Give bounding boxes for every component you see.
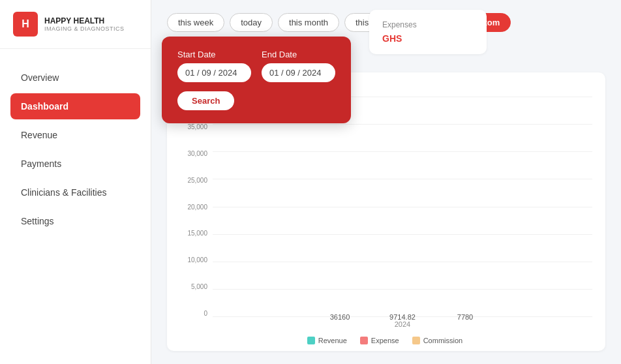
y-label-15k: 15,000 — [177, 230, 207, 237]
filter-tab-this-month[interactable]: this month — [278, 13, 339, 32]
cards-row: Expenses GHS — [369, 10, 605, 54]
legend-revenue-dot — [307, 337, 315, 344]
logo-area: H happy health IMAGING & DIAGNOSTICS — [0, 0, 151, 49]
end-date-label: End Date — [262, 50, 335, 59]
expenses-label: Expenses — [382, 20, 474, 29]
y-label-25k: 25,000 — [177, 177, 207, 184]
legend-expense-dot — [360, 337, 368, 344]
end-date-field: End Date — [262, 50, 335, 82]
end-date-input[interactable] — [262, 63, 335, 82]
expenses-value: GHS — [382, 33, 474, 44]
sidebar-item-payments[interactable]: Payments — [10, 151, 140, 177]
date-picker-popup: Start Date End Date Search — [162, 37, 351, 123]
legend-commission: Commission — [412, 337, 463, 344]
sidebar-item-overview[interactable]: Overview — [10, 65, 140, 91]
y-axis: 0 5,000 10,000 15,000 20,000 25,000 30,0… — [177, 97, 207, 317]
x-labels: 2024 — [213, 317, 592, 331]
bars-area: 36160 9714.82 7780 — [213, 97, 592, 317]
start-date-label: Start Date — [177, 50, 251, 59]
legend-expense-label: Expense — [371, 337, 399, 344]
y-label-20k: 20,000 — [177, 204, 207, 211]
sidebar-item-clinicians[interactable]: Clinicians & Facilities — [10, 179, 140, 205]
x-label-2024: 2024 — [395, 320, 410, 328]
legend-revenue-label: Revenue — [318, 337, 347, 344]
logo-sub: IMAGING & DIAGNOSTICS — [44, 25, 125, 32]
nav-menu: Overview Dashboard Revenue Payments Clin… — [0, 49, 151, 250]
legend-revenue: Revenue — [307, 337, 347, 344]
y-label-10k: 10,000 — [177, 257, 207, 264]
search-button[interactable]: Search — [177, 91, 234, 110]
chart-legend: Revenue Expense Commission — [177, 337, 592, 344]
start-date-input[interactable] — [177, 63, 251, 82]
legend-commission-label: Commission — [423, 337, 463, 344]
sidebar-item-revenue[interactable]: Revenue — [10, 122, 140, 148]
filter-tab-today[interactable]: today — [230, 13, 273, 32]
y-label-0: 0 — [177, 311, 207, 317]
chart-wrapper: 0 5,000 10,000 15,000 20,000 25,000 30,0… — [177, 97, 592, 331]
filter-tab-this-week[interactable]: this week — [167, 13, 224, 32]
date-picker-row: Start Date End Date — [177, 50, 335, 82]
sidebar-item-settings[interactable]: Settings — [10, 208, 140, 234]
logo-icon: H — [13, 12, 38, 37]
legend-expense: Expense — [360, 337, 399, 344]
y-label-5k: 5,000 — [177, 284, 207, 290]
sidebar-item-dashboard[interactable]: Dashboard — [10, 93, 140, 119]
main-content: this week today this month this year all… — [151, 0, 621, 364]
expenses-card: Expenses GHS — [369, 10, 487, 54]
logo-text: happy health IMAGING & DIAGNOSTICS — [44, 16, 125, 32]
legend-commission-dot — [412, 337, 420, 344]
start-date-field: Start Date — [177, 50, 251, 82]
logo-title: happy health — [44, 16, 125, 25]
y-label-30k: 30,000 — [177, 151, 207, 157]
y-label-35k: 35,000 — [177, 124, 207, 130]
sidebar: H happy health IMAGING & DIAGNOSTICS Ove… — [0, 0, 151, 364]
